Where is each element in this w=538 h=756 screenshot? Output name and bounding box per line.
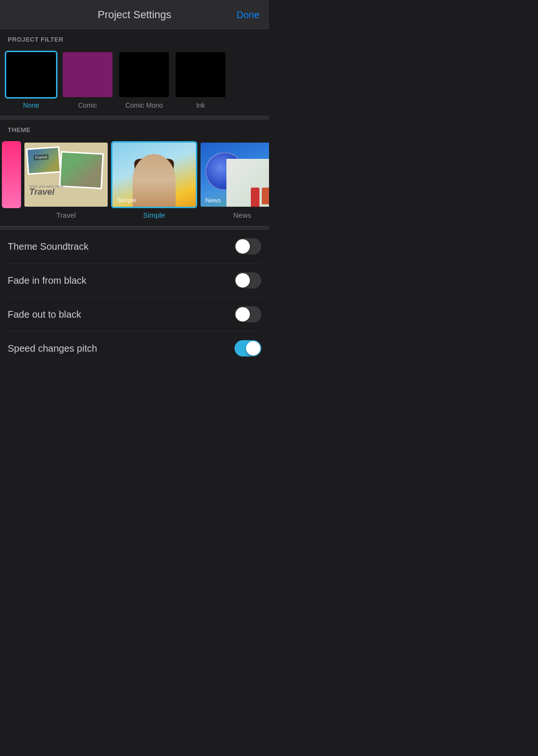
theme-thumb-partial <box>2 141 21 208</box>
header: Project Settings Done <box>0 0 269 29</box>
project-filter-row: None Comic Comic Mono Ink <box>0 48 269 116</box>
filter-none-bg <box>6 52 56 97</box>
news-kids-figures <box>251 188 269 207</box>
theme-thumb-simple: Simple <box>111 141 197 208</box>
theme-travel-bg: France Wish you were here! Travel <box>24 143 108 207</box>
theme-news-bg: News <box>201 143 269 207</box>
settings-section: Theme Soundtrack Fade in from black Fade… <box>0 230 269 365</box>
theme-item-partial-left[interactable] <box>2 141 21 219</box>
toggle-knob-fade-in <box>235 273 250 288</box>
done-button[interactable]: Done <box>231 10 259 21</box>
filter-item-comic[interactable]: Comic <box>61 51 114 109</box>
toggle-speed-pitch[interactable] <box>235 340 261 356</box>
setting-label-theme-soundtrack: Theme Soundtrack <box>8 241 89 252</box>
travel-france-label: France <box>34 154 49 160</box>
filter-label-ink: Ink <box>196 101 205 109</box>
filter-comic-mono-bg <box>119 52 169 97</box>
setting-row-theme-soundtrack: Theme Soundtrack <box>8 230 261 264</box>
travel-photo2: France <box>26 146 61 175</box>
theme-thumb-travel: France Wish you were here! Travel <box>23 141 109 208</box>
theme-item-news[interactable]: News News <box>199 141 269 219</box>
section-divider-2 <box>0 226 269 230</box>
filter-thumb-comic <box>61 51 114 99</box>
theme-label-travel: Travel <box>56 211 76 219</box>
filter-label-comic: Comic <box>78 101 97 109</box>
project-filter-scroll: None Comic Comic Mono Ink <box>0 48 269 116</box>
filter-thumb-none <box>5 51 57 99</box>
filter-thumb-comic-mono <box>118 51 170 99</box>
toggle-fade-out[interactable] <box>235 306 261 322</box>
news-overlay-text: News <box>205 197 221 204</box>
setting-row-fade-in: Fade in from black <box>8 264 261 298</box>
setting-label-speed-pitch: Speed changes pitch <box>8 343 97 354</box>
project-filter-label: PROJECT FILTER <box>0 29 269 48</box>
setting-label-fade-out: Fade out to black <box>8 309 81 320</box>
theme-thumb-news: News <box>199 141 269 208</box>
theme-item-travel[interactable]: France Wish you were here! Travel Travel <box>23 141 109 219</box>
simple-girl-face <box>133 154 176 207</box>
filter-label-comic-mono: Comic Mono <box>125 101 163 109</box>
setting-row-fade-out: Fade out to black <box>8 298 261 332</box>
toggle-knob-theme-soundtrack <box>235 239 250 254</box>
filter-item-ink[interactable]: Ink <box>174 51 227 109</box>
travel-text: Travel <box>29 187 55 197</box>
theme-label-simple: Simple <box>143 211 165 219</box>
theme-simple-bg: Simple <box>112 143 196 207</box>
setting-label-fade-in: Fade in from black <box>8 275 87 286</box>
toggle-knob-speed-pitch <box>246 341 260 356</box>
filter-ink-bg <box>176 52 225 97</box>
toggle-fade-in[interactable] <box>235 272 261 289</box>
setting-row-speed-pitch: Speed changes pitch <box>8 332 261 365</box>
toggle-knob-fade-out <box>235 307 250 322</box>
simple-overlay-text: Simple <box>117 197 136 204</box>
filter-item-comic-mono[interactable]: Comic Mono <box>118 51 170 109</box>
filter-comic-bg <box>63 52 112 97</box>
filter-thumb-ink <box>174 51 227 99</box>
theme-row: France Wish you were here! Travel Travel… <box>0 138 269 226</box>
news-kid-1 <box>251 188 259 207</box>
travel-photo <box>59 151 104 189</box>
news-kids <box>226 159 269 207</box>
section-divider-1 <box>0 116 269 120</box>
filter-item-none[interactable]: None <box>5 51 57 109</box>
filter-label-none: None <box>23 101 39 109</box>
theme-scroll: France Wish you were here! Travel Travel… <box>0 138 269 226</box>
theme-label: THEME <box>0 120 269 138</box>
page-title: Project Settings <box>38 9 231 21</box>
theme-item-simple[interactable]: Simple Simple <box>111 141 197 219</box>
news-kid-2 <box>262 188 269 204</box>
settings-container: Theme Soundtrack Fade in from black Fade… <box>0 230 269 365</box>
toggle-theme-soundtrack[interactable] <box>235 238 261 255</box>
theme-label-news: News <box>233 211 251 219</box>
